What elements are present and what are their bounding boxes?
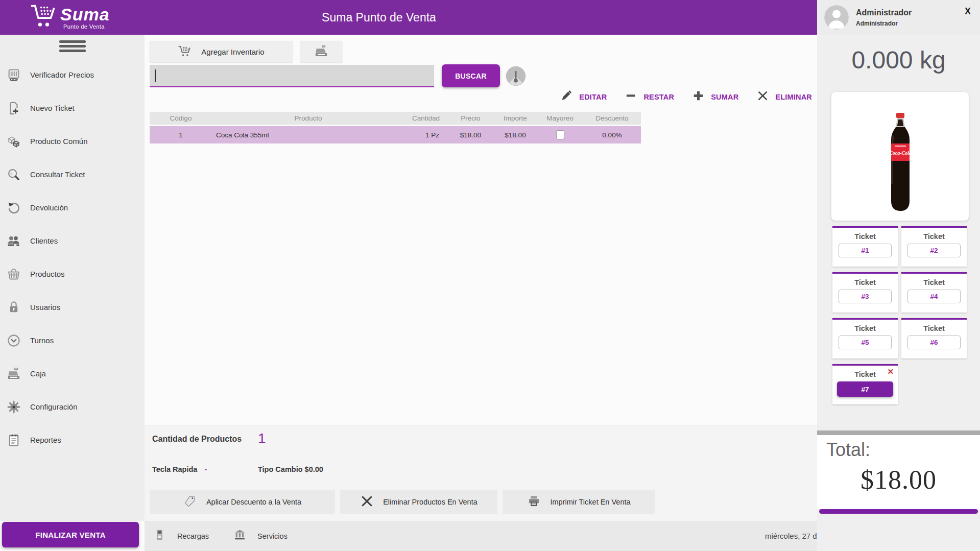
sidebar-item-caja[interactable]: Caja (0, 357, 145, 390)
product-image-card: Coca-Cola (831, 92, 969, 221)
bank-icon (233, 529, 246, 543)
ticket-card[interactable]: ✕ Ticket #7 (832, 364, 898, 404)
ticket-card[interactable]: ✕ Ticket #6 (901, 318, 967, 358)
ticket-card[interactable]: ✕ Ticket #2 (901, 226, 967, 267)
svg-text:Coca-Cola: Coca-Cola (889, 150, 912, 156)
cell-mayoreo (537, 126, 583, 143)
app-header: Suma Punto de Venta Suma Punto de Venta (0, 0, 817, 35)
cell-precio: $18.00 (447, 126, 494, 143)
sidebar-item-nuevo-ticket[interactable]: Nuevo Ticket (0, 91, 145, 125)
ticket-button[interactable]: #1 (839, 244, 892, 257)
servicios-button[interactable]: Servicios (233, 529, 288, 543)
column-header: Descuento (583, 112, 641, 125)
report-icon (6, 433, 21, 448)
finalize-sale-button[interactable]: FINALIZAR VENTA (2, 522, 139, 547)
restar-button[interactable]: RESTAR (625, 90, 674, 104)
summary-buttons: Aplicar Descuento a la Venta Eliminar Pr… (150, 490, 655, 514)
recargas-button[interactable]: Recargas (153, 529, 209, 543)
sidebar-item-productos[interactable]: Productos (0, 257, 145, 291)
column-header: Producto (212, 112, 404, 125)
sale-table: CódigoProductoCantidadPrecioImporteMayor… (150, 110, 641, 145)
column-header: Cantidad (404, 112, 447, 125)
page-title: Suma Punto de Venta (0, 0, 758, 35)
summary-action-button[interactable]: Aplicar Descuento a la Venta (150, 490, 335, 514)
sidebar-item-turnos[interactable]: Turnos (0, 324, 145, 357)
mayoreo-checkbox[interactable] (556, 130, 564, 139)
sidebar-item-verificador-precios[interactable]: Verificador Precios (0, 58, 145, 91)
sidebar-item-consultar-ticket[interactable]: Consultar Ticket (0, 158, 145, 191)
basket-icon (6, 267, 21, 282)
gear-icon (6, 399, 21, 415)
column-header: Código (150, 112, 212, 125)
undo-icon (6, 200, 21, 215)
ticket-card[interactable]: ✕ Ticket #5 (832, 318, 898, 358)
cart-icon (178, 44, 192, 60)
ticket-button[interactable]: #6 (907, 336, 961, 349)
sidebar-item-producto-com-n[interactable]: Producto Común (0, 125, 145, 158)
user-role: Administrador (856, 20, 912, 27)
search-input[interactable] (150, 65, 434, 86)
cell-codigo: 1 (150, 126, 212, 143)
eliminar-button[interactable]: ELIMINAR (757, 90, 812, 104)
scale-gauge-button[interactable] (505, 65, 527, 87)
cell-descuento: 0.00% (583, 126, 641, 143)
hamburger-menu-icon[interactable] (59, 40, 86, 52)
minus-icon (625, 90, 643, 104)
ticket-close-icon[interactable]: ✕ (887, 367, 894, 376)
cash-register-icon (6, 366, 21, 381)
sidebar-item-reportes[interactable]: Reportes (0, 423, 145, 457)
product-count-value: 1 (258, 430, 266, 447)
sidebar-item-clientes[interactable]: Clientes (0, 224, 145, 257)
ticket-button[interactable]: #3 (839, 290, 892, 303)
toolbar: Agregar Inventario (150, 41, 342, 62)
new-ticket-icon (6, 101, 21, 116)
column-header: Precio (447, 112, 494, 125)
add-inventory-button[interactable]: Agregar Inventario (150, 41, 293, 62)
cell-producto: Coca Cola 355ml (212, 126, 404, 143)
cell-cantidad: 1 Pz (404, 126, 447, 143)
sale-table-wrap: CódigoProductoCantidadPrecioImporteMayor… (150, 110, 641, 145)
tag-icon (183, 494, 197, 510)
table-row[interactable]: 1Coca Cola 355ml1 Pz$18.00$18.000.00% (150, 126, 641, 143)
recargas-label: Recargas (177, 532, 209, 540)
ticket-button[interactable]: #5 (839, 336, 892, 349)
barcode-scanner-icon (6, 67, 21, 83)
sidebar-item-usuarios[interactable]: Usuarios (0, 291, 145, 324)
x-icon (360, 494, 374, 510)
ticket-card[interactable]: ✕ Ticket #1 (832, 226, 898, 267)
ticket-button[interactable]: #7 (837, 381, 893, 397)
ticket-card[interactable]: ✕ Ticket #4 (901, 272, 967, 313)
ticket-button[interactable]: #4 (907, 290, 961, 303)
row-actions: EDITAR RESTAR SUMAR ELIMINAR (542, 90, 812, 104)
search-button[interactable]: BUSCAR (442, 64, 500, 87)
lock-icon (6, 300, 21, 315)
cell-importe: $18.00 (494, 126, 537, 143)
hotkey-label: Tecla Rapida (152, 465, 197, 473)
x-icon (757, 90, 775, 104)
cash-register-icon (314, 44, 328, 60)
plus-icon (692, 90, 711, 104)
sumar-button[interactable]: SUMAR (692, 90, 738, 104)
cash-register-button[interactable] (300, 41, 342, 62)
summary-action-button[interactable]: Eliminar Productos En Venta (340, 490, 497, 514)
close-icon[interactable]: X (965, 6, 971, 17)
total-label: Total: (826, 439, 980, 461)
summary-action-button[interactable]: Imprimir Ticket En Venta (503, 490, 655, 514)
sidebar-item-configuraci-n[interactable]: Configuración (0, 390, 145, 423)
avatar (824, 5, 849, 30)
user-strip[interactable]: Administrador Administrador X (817, 0, 980, 35)
table-header-row: CódigoProductoCantidadPrecioImporteMayor… (150, 112, 641, 125)
sale-summary: Cantidad de Productos 1 Tecla Rapida - T… (145, 425, 817, 521)
servicios-label: Servicios (257, 532, 288, 540)
user-name: Administrador (856, 8, 912, 17)
product-count-label: Cantidad de Productos (152, 435, 242, 444)
ticket-button[interactable]: #2 (907, 244, 961, 257)
hotkey-value: - (204, 465, 207, 473)
total-box: Total: $18.00 (817, 435, 980, 509)
clock-icon (6, 333, 21, 348)
right-panel: 0.000 kg Coca-Cola ✕ Ticket #1 ✕ Ticket (817, 35, 980, 551)
table-body: 1Coca Cola 355ml1 Pz$18.00$18.000.00% (150, 126, 641, 143)
sidebar-item-devoluci-n[interactable]: Devolución (0, 191, 145, 224)
ticket-card[interactable]: ✕ Ticket #3 (832, 272, 898, 313)
editar-button[interactable]: EDITAR (561, 90, 607, 104)
